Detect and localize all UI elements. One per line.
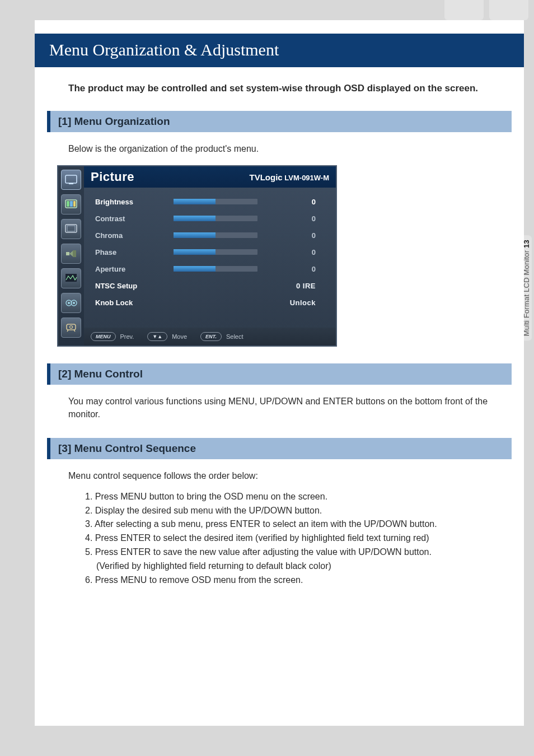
osd-row-brightness[interactable]: Brightness 0 — [95, 193, 327, 210]
intro-text: The product may be controlled and set sy… — [68, 83, 490, 94]
osd-icon-color[interactable] — [61, 194, 81, 214]
osd-row-value: 0 — [257, 265, 327, 273]
slider-track — [174, 232, 257, 238]
osd-foot-prev-label: Prev. — [120, 333, 134, 340]
svg-rect-3 — [67, 201, 69, 207]
osd-row-value: 0 — [257, 198, 327, 206]
slider-fill — [174, 199, 216, 204]
svg-rect-8 — [66, 252, 69, 255]
step-item: 4. Press ENTER to select the desired ite… — [85, 531, 490, 545]
osd-screenshot: Picture TVLogic LVM-091W-M Brightness 0 … — [57, 165, 337, 347]
step-item: 3. After selecting a sub menu, press ENT… — [85, 517, 490, 531]
svg-rect-4 — [70, 201, 73, 207]
osd-footer: MENU Prev. ▼▲ Move ENT. Select — [84, 328, 336, 346]
osd-row-value: 0 — [257, 214, 327, 223]
osd-row-knob-lock[interactable]: Knob Lock Unlock — [95, 294, 327, 311]
step-item: 1. Press MENU button to bring the OSD me… — [85, 490, 490, 504]
osd-row-phase[interactable]: Phase 0 — [95, 244, 327, 260]
svg-rect-5 — [73, 201, 76, 207]
slider-track — [174, 249, 257, 255]
osd-model-id: LVM-091W-M — [284, 174, 329, 182]
svg-rect-9 — [73, 250, 76, 257]
osd-foot-prev-btn[interactable]: MENU — [91, 332, 116, 341]
slider-track — [174, 216, 257, 221]
osd-title: Picture — [91, 170, 134, 184]
osd-icon-waveform[interactable] — [61, 268, 81, 288]
osd-foot-move-btn[interactable]: ▼▲ — [147, 332, 167, 341]
step-item: 5. Press ENTER to save the new value aft… — [85, 545, 490, 559]
svg-rect-1 — [69, 183, 73, 184]
osd-row-value: Unlock — [174, 298, 327, 307]
osd-row-label: Brightness — [95, 198, 174, 206]
osd-row-label: Phase — [95, 248, 174, 256]
osd-row-chroma[interactable]: Chroma 0 — [95, 227, 327, 244]
osd-icon-gpi[interactable] — [61, 244, 81, 264]
osd-row-ntsc-setup[interactable]: NTSC Setup 0 IRE — [95, 277, 327, 294]
osd-foot-prev: MENU Prev. — [91, 332, 134, 341]
osd-model: TVLogic LVM-091W-M — [250, 172, 329, 182]
slider-fill — [174, 232, 216, 238]
osd-row-value: 0 — [257, 231, 327, 240]
page-outer: Multi Format LCD Monitor 13 Menu Organiz… — [0, 0, 534, 756]
osd-row-value: 0 — [257, 248, 327, 256]
osd-row-aperture[interactable]: Aperture 0 — [95, 260, 327, 277]
step-item-sub: (Verified by highlighted field returning… — [85, 559, 490, 573]
osd-foot-select: ENT. Select — [200, 332, 243, 341]
svg-rect-15 — [67, 324, 76, 330]
slider-fill — [174, 266, 216, 272]
slider-fill — [174, 249, 216, 255]
osd-row-label: Knob Lock — [95, 298, 174, 307]
top-tab — [444, 0, 484, 20]
osd-icon-audio[interactable] — [61, 293, 81, 313]
osd-foot-move-label: Move — [172, 333, 187, 340]
svg-point-14 — [73, 302, 75, 304]
section-3-body: Menu control sequence follows the order … — [68, 469, 490, 482]
section-heading-3: [3] Menu Control Sequence — [47, 438, 512, 459]
osd-spacer — [95, 311, 327, 323]
osd-row-label: Aperture — [95, 265, 174, 273]
page-title: Menu Organization & Adjustment — [35, 34, 524, 67]
slider-fill — [174, 216, 216, 221]
step-list: 1. Press MENU button to bring the OSD me… — [85, 490, 490, 587]
osd-icon-system[interactable] — [61, 318, 81, 338]
svg-point-16 — [70, 326, 73, 329]
page-content: Menu Organization & Adjustment The produ… — [35, 20, 524, 726]
osd-row-contrast[interactable]: Contrast 0 — [95, 210, 327, 227]
osd-foot-select-btn[interactable]: ENT. — [200, 332, 222, 341]
osd-foot-move: ▼▲ Move — [147, 332, 187, 341]
svg-point-12 — [68, 302, 70, 304]
osd-brand: TVLogic — [250, 172, 283, 182]
section-1-body: Below is the organization of the product… — [68, 142, 490, 155]
osd-body: Brightness 0 Contrast 0 Chroma 0 — [84, 188, 336, 328]
step-item: 6. Press MENU to remove OSD menu from th… — [85, 573, 490, 587]
osd-icon-picture[interactable] — [61, 170, 81, 190]
svg-rect-0 — [65, 175, 77, 183]
top-tab — [489, 0, 528, 20]
top-tab-strip — [0, 0, 534, 20]
section-heading-1: [1] Menu Organization — [47, 111, 512, 132]
osd-main: Picture TVLogic LVM-091W-M Brightness 0 … — [84, 166, 336, 346]
osd-row-label: NTSC Setup — [95, 282, 174, 290]
osd-row-label: Chroma — [95, 231, 174, 240]
osd-row-label: Contrast — [95, 214, 174, 223]
osd-icon-marker[interactable] — [61, 219, 81, 239]
step-item: 2. Display the desired sub menu with the… — [85, 504, 490, 518]
slider-track — [174, 199, 257, 204]
slider-track — [174, 266, 257, 272]
section-heading-2: [2] Menu Control — [47, 363, 512, 385]
osd-row-value: 0 IRE — [174, 282, 327, 290]
osd-foot-select-label: Select — [226, 333, 243, 340]
osd-header: Picture TVLogic LVM-091W-M — [84, 166, 336, 188]
section-2-body: You may control various functions using … — [68, 395, 490, 421]
svg-rect-7 — [67, 226, 75, 231]
osd-category-icons — [58, 166, 84, 346]
